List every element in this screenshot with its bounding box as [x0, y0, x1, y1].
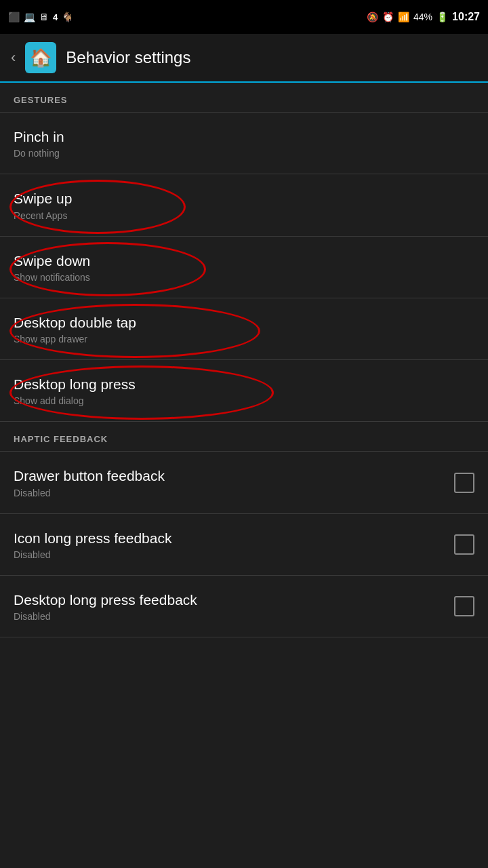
- setting-desktop-feedback-text: Desktop long press feedback Disabled: [14, 591, 454, 622]
- setting-icon-feedback-title: Icon long press feedback: [14, 529, 454, 547]
- item-wrapper-swipe-up: Swipe up Recent Apps: [0, 174, 488, 235]
- setting-desktop-double-tap-text: Desktop double tap Show app drawer: [14, 313, 474, 344]
- setting-desktop-feedback-title: Desktop long press feedback: [14, 591, 454, 609]
- home-icon: 🏠: [30, 47, 52, 68]
- status-left-icons: ⬛ 💻 🖥 4 🐐: [8, 12, 73, 22]
- photo-icon: ⬛: [8, 12, 20, 22]
- setting-drawer-feedback-text: Drawer button feedback Disabled: [14, 467, 454, 498]
- mute-icon: 🔕: [367, 12, 378, 22]
- setting-desktop-feedback[interactable]: Desktop long press feedback Disabled: [0, 576, 488, 637]
- setting-drawer-feedback-title: Drawer button feedback: [14, 467, 454, 485]
- setting-swipe-down-subtitle: Show notifications: [14, 272, 474, 283]
- status-bar: ⬛ 💻 🖥 4 🐐 🔕 ⏰ 📶 44% 🔋 10:27: [0, 0, 488, 34]
- setting-pinch-in[interactable]: Pinch in Do nothing: [0, 113, 488, 174]
- setting-icon-feedback-text: Icon long press feedback Disabled: [14, 529, 454, 560]
- setting-swipe-up-title: Swipe up: [14, 189, 474, 208]
- setting-drawer-feedback[interactable]: Drawer button feedback Disabled: [0, 452, 488, 513]
- back-button[interactable]: ‹: [11, 49, 16, 66]
- icon-feedback-checkbox[interactable]: [454, 534, 474, 555]
- divider: [0, 637, 488, 637]
- setting-swipe-down[interactable]: Swipe down Show notifications: [0, 237, 488, 298]
- setting-desktop-long-press-text: Desktop long press Show add dialog: [14, 375, 474, 406]
- setting-drawer-feedback-subtitle: Disabled: [14, 488, 454, 498]
- setting-desktop-long-press-subtitle: Show add dialog: [14, 395, 474, 406]
- item-wrapper-icon-feedback: Icon long press feedback Disabled: [0, 514, 488, 575]
- setting-pinch-in-subtitle: Do nothing: [14, 148, 474, 159]
- item-wrapper-drawer-feedback: Drawer button feedback Disabled: [0, 452, 488, 513]
- setting-desktop-long-press[interactable]: Desktop long press Show add dialog: [0, 360, 488, 421]
- item-wrapper-desktop-double-tap: Desktop double tap Show app drawer: [0, 298, 488, 359]
- setting-desktop-long-press-title: Desktop long press: [14, 375, 474, 393]
- section-haptic-header: HAPTIC FEEDBACK: [0, 422, 488, 451]
- setting-desktop-double-tap[interactable]: Desktop double tap Show app drawer: [0, 298, 488, 359]
- desktop-feedback-checkbox[interactable]: [454, 596, 474, 616]
- setting-swipe-up[interactable]: Swipe up Recent Apps: [0, 174, 488, 235]
- item-wrapper-pinch-in: Pinch in Do nothing: [0, 113, 488, 174]
- signal-icon: 📶: [398, 12, 409, 22]
- number-4-icon: 4: [53, 12, 58, 22]
- status-right-icons: 🔕 ⏰ 📶 44% 🔋 10:27: [367, 11, 480, 23]
- setting-swipe-up-text: Swipe up Recent Apps: [14, 189, 474, 220]
- setting-icon-feedback-subtitle: Disabled: [14, 549, 454, 560]
- setting-desktop-double-tap-subtitle: Show app drawer: [14, 334, 474, 344]
- content-area: GESTURES Pinch in Do nothing Swipe up Re…: [0, 83, 488, 868]
- setting-desktop-double-tap-title: Desktop double tap: [14, 313, 474, 332]
- animal-icon: 🐐: [62, 12, 73, 22]
- setting-swipe-up-subtitle: Recent Apps: [14, 210, 474, 221]
- item-wrapper-desktop-long-press: Desktop long press Show add dialog: [0, 360, 488, 421]
- page-title: Behavior settings: [66, 48, 190, 67]
- home-icon-box: 🏠: [25, 42, 56, 73]
- monitor-icon: 🖥: [39, 12, 49, 22]
- alarm-icon: ⏰: [382, 12, 394, 22]
- setting-swipe-down-title: Swipe down: [14, 252, 474, 270]
- item-wrapper-swipe-down: Swipe down Show notifications: [0, 237, 488, 298]
- setting-pinch-in-text: Pinch in Do nothing: [14, 127, 474, 159]
- section-gestures-header: GESTURES: [0, 83, 488, 112]
- status-time: 10:27: [452, 11, 480, 23]
- setting-desktop-feedback-subtitle: Disabled: [14, 611, 454, 622]
- drawer-feedback-checkbox[interactable]: [454, 473, 474, 493]
- setting-icon-feedback[interactable]: Icon long press feedback Disabled: [0, 514, 488, 575]
- setting-pinch-in-title: Pinch in: [14, 127, 474, 146]
- setting-swipe-down-text: Swipe down Show notifications: [14, 252, 474, 283]
- item-wrapper-desktop-feedback: Desktop long press feedback Disabled: [0, 576, 488, 637]
- top-bar: ‹ 🏠 Behavior settings: [0, 34, 488, 83]
- battery-text: 44%: [413, 12, 432, 22]
- laptop-icon: 💻: [24, 12, 35, 22]
- battery-icon: 🔋: [436, 12, 448, 22]
